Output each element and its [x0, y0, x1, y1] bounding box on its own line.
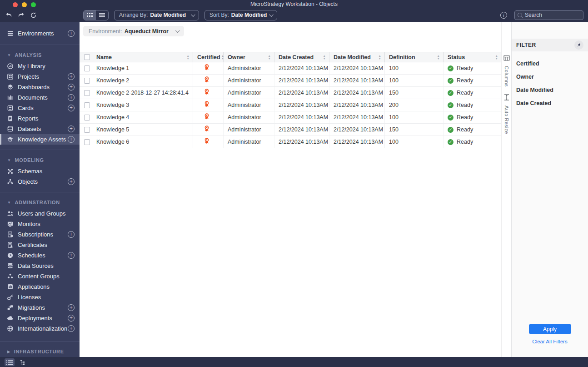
add-internationalization-button[interactable]: +: [68, 325, 75, 332]
section-modeling[interactable]: ▼MODELING: [0, 155, 80, 165]
sidebar-item-projects[interactable]: Projects +: [0, 71, 80, 82]
search-box[interactable]: [514, 10, 583, 20]
column-header-definition[interactable]: Definition▲▼: [385, 52, 443, 62]
row-checkbox[interactable]: [84, 65, 90, 71]
add-knowledge-asset-button[interactable]: +: [68, 136, 75, 143]
table-row[interactable]: Knowledge 1 Administrator 2/12/2024 10:1…: [80, 62, 501, 75]
arrange-by-dropdown[interactable]: Arrange By: Date Modified: [114, 10, 199, 20]
column-header-certified[interactable]: Certified▲▼: [193, 52, 224, 62]
section-analysis[interactable]: ▼ANALYSIS: [0, 50, 80, 60]
sidebar-item-schedules[interactable]: Schedules +: [0, 250, 80, 261]
add-environment-button[interactable]: +: [68, 30, 75, 37]
sidebar-item-applications[interactable]: Applications: [0, 282, 80, 292]
row-checkbox[interactable]: [84, 139, 90, 145]
section-infrastructure[interactable]: ▶INFRASTRUCTURE: [0, 347, 80, 357]
sidebar-item-schemas[interactable]: Schemas: [0, 166, 80, 176]
row-checkbox[interactable]: [84, 115, 90, 121]
environment-label: Environment:: [89, 28, 122, 35]
column-header-owner[interactable]: Owner▲▼: [224, 52, 274, 62]
toolbar: Arrange By: Date Modified Sort By: Date …: [0, 8, 588, 22]
column-header-date-created[interactable]: Date Created▲▼: [274, 52, 329, 62]
tree-mode-button[interactable]: [18, 358, 28, 366]
table-row[interactable]: Knowledge 4 Administrator 2/12/2024 10:1…: [80, 111, 501, 124]
sidebar-item-my-library[interactable]: My Library: [0, 61, 80, 71]
table-row[interactable]: Knowledge 5 Administrator 2/12/2024 10:1…: [80, 124, 501, 136]
auto-resize-label[interactable]: Auto Resize: [504, 106, 509, 134]
cell-name: Knowledge 4: [92, 111, 193, 123]
table-row[interactable]: Knowledge 2-2018-12-27 14:28:41.4 Admini…: [80, 87, 501, 99]
auto-resize-icon[interactable]: [504, 94, 509, 102]
undo-icon[interactable]: [5, 12, 12, 18]
sidebar-item-certificates[interactable]: Certificates: [0, 240, 80, 250]
sidebar-item-knowledge-assets[interactable]: Knowledge Assets +: [0, 134, 80, 145]
sort-by-dropdown[interactable]: Sort By: Date Modified: [204, 10, 277, 20]
sidebar-item-monitors[interactable]: Monitors: [0, 219, 80, 229]
sidebar-item-internationalization[interactable]: Internationalization +: [0, 323, 80, 334]
sidebar-item-documents[interactable]: Documents +: [0, 92, 80, 103]
apply-button[interactable]: Apply: [529, 324, 571, 334]
flat-list-mode-button[interactable]: [5, 358, 15, 366]
sidebar-item-dashboards[interactable]: Dashboards +: [0, 82, 80, 92]
sidebar-item-objects[interactable]: Objects +: [0, 176, 80, 187]
column-header-status[interactable]: Status▲▼: [443, 52, 501, 62]
add-dashboard-button[interactable]: +: [68, 84, 75, 90]
row-checkbox[interactable]: [84, 90, 90, 96]
grid-view-button[interactable]: [84, 10, 96, 20]
add-project-button[interactable]: +: [68, 73, 75, 80]
table-row[interactable]: Knowledge 6 Administrator 2/12/2024 10:1…: [80, 136, 501, 148]
column-header-date-modified[interactable]: Date Modified▲▼: [329, 52, 385, 62]
sidebar-item-subscriptions[interactable]: Subscriptions +: [0, 229, 80, 240]
add-object-button[interactable]: +: [68, 178, 75, 185]
column-header-name[interactable]: Name▲▼: [92, 52, 193, 62]
add-subscription-button[interactable]: +: [68, 231, 75, 238]
info-icon[interactable]: i: [500, 12, 507, 19]
sidebar-item-deployments[interactable]: Deployments +: [0, 313, 80, 323]
minimize-window-button[interactable]: [22, 2, 27, 7]
zoom-window-button[interactable]: [31, 2, 36, 7]
section-administration[interactable]: ▼ADMINSTRATION: [0, 197, 80, 207]
environment-dropdown[interactable]: Environment: Aqueduct Mirror: [83, 26, 184, 36]
add-deployment-button[interactable]: +: [68, 315, 75, 322]
pin-icon[interactable]: [574, 40, 583, 50]
sort-icon[interactable]: ▲▼: [379, 55, 381, 60]
row-checkbox[interactable]: [84, 127, 90, 133]
add-migration-button[interactable]: +: [68, 304, 75, 311]
filter-item-certified[interactable]: Certified: [516, 57, 588, 70]
refresh-icon[interactable]: [30, 12, 37, 19]
view-toggle[interactable]: [83, 10, 109, 20]
sidebar-item-environments[interactable]: Environments +: [0, 27, 80, 40]
redo-icon[interactable]: [18, 12, 25, 18]
filter-item-date-created[interactable]: Date Created: [516, 96, 588, 110]
sidebar-item-data-sources[interactable]: Data Sources: [0, 261, 80, 271]
table-row[interactable]: Knowledge 2 Administrator 2/12/2024 10:1…: [80, 75, 501, 87]
list-view-button[interactable]: [96, 10, 108, 20]
filter-item-date-modified[interactable]: Date Modified: [516, 83, 588, 96]
sidebar-item-reports[interactable]: Reports: [0, 113, 80, 124]
search-input[interactable]: [525, 12, 575, 18]
columns-label[interactable]: Columns: [504, 66, 509, 87]
add-dataset-button[interactable]: +: [68, 126, 75, 132]
sort-icon[interactable]: ▲▼: [268, 55, 271, 60]
add-document-button[interactable]: +: [68, 94, 75, 101]
add-schedule-button[interactable]: +: [68, 252, 75, 259]
sidebar-item-datasets[interactable]: Datasets +: [0, 124, 80, 134]
row-checkbox[interactable]: [84, 78, 90, 84]
select-all-checkbox[interactable]: [84, 54, 90, 60]
sort-icon[interactable]: ▲▼: [437, 55, 440, 60]
sort-icon[interactable]: ▲▼: [323, 55, 326, 60]
sidebar-item-cards[interactable]: Cards +: [0, 103, 80, 113]
close-window-button[interactable]: [13, 2, 18, 7]
table-row[interactable]: Knowledge 3 Administrator 2/12/2024 10:1…: [80, 99, 501, 111]
columns-icon[interactable]: [503, 55, 510, 63]
sort-icon[interactable]: ▲▼: [495, 55, 498, 60]
sidebar-item-content-groups[interactable]: Content Groups: [0, 271, 80, 282]
row-checkbox[interactable]: [84, 102, 90, 108]
sort-icon[interactable]: ▲▼: [187, 55, 189, 60]
window-controls[interactable]: [13, 2, 36, 7]
filter-item-owner[interactable]: Owner: [516, 70, 588, 83]
clear-all-filters-link[interactable]: Clear All Filters: [532, 339, 567, 344]
sidebar-item-users-and-groups[interactable]: Users and Groups: [0, 208, 80, 219]
sidebar-item-licenses[interactable]: Licenses: [0, 292, 80, 302]
add-card-button[interactable]: +: [68, 105, 75, 111]
sidebar-item-migrations[interactable]: Migrations +: [0, 302, 80, 313]
